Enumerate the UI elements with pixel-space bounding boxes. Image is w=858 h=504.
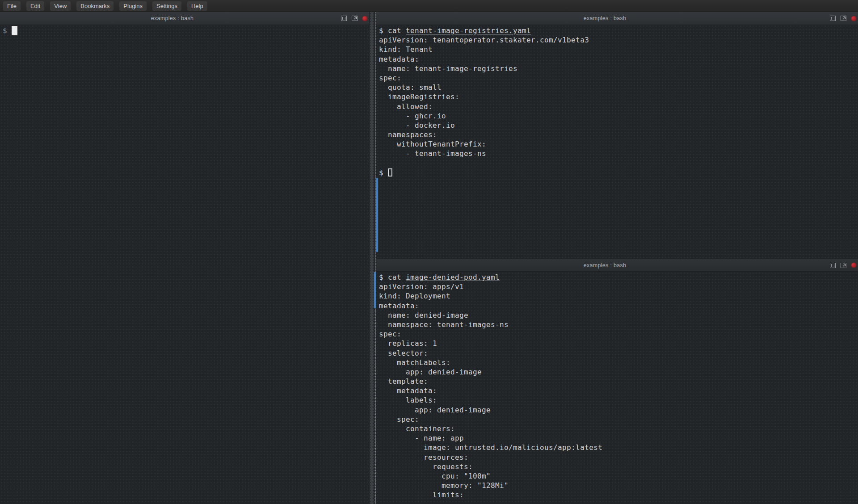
command-name: cat — [388, 273, 406, 281]
text-cursor — [12, 26, 17, 35]
terminal-line: kind: Deployment — [379, 291, 857, 301]
menu-bar: File Edit View Bookmarks Plugins Setting… — [0, 0, 858, 12]
terminal-line: app: denied-image — [379, 367, 857, 377]
terminal-output: apiVersion: apps/v1 kind: Deployment met… — [379, 282, 857, 500]
terminal-line: labels: — [379, 395, 857, 405]
terminal-line: namespaces: — [379, 130, 857, 139]
terminal-line: metadata: — [379, 301, 857, 311]
menu-item[interactable]: Bookmarks — [76, 1, 114, 11]
shell-prompt: $ — [379, 273, 388, 281]
terminal-line: quota: small — [379, 83, 857, 92]
pane-edge-dots — [374, 311, 376, 503]
blank-line — [379, 159, 857, 168]
menu-item[interactable]: View — [50, 1, 71, 11]
maximize-split-icon[interactable] — [830, 16, 836, 21]
detach-split-icon[interactable] — [841, 16, 846, 21]
terminal-line: name: tenant-image-registries — [379, 64, 857, 73]
terminal-line: memory: "128Mi" — [379, 481, 857, 490]
close-split-button[interactable] — [362, 16, 367, 21]
scroll-position-indicator[interactable] — [376, 178, 378, 252]
pane-left[interactable]: examples : bash $ — [0, 12, 369, 504]
maximize-split-icon[interactable] — [830, 263, 836, 268]
terminal-line: kind: Tenant — [379, 45, 857, 54]
terminal-line: resources: — [379, 453, 857, 462]
terminal-line: spec: — [379, 329, 857, 339]
terminal-window: File Edit View Bookmarks Plugins Setting… — [0, 0, 858, 504]
close-split-button[interactable] — [851, 16, 856, 21]
terminal-line: cpu: "100m" — [379, 471, 857, 481]
detach-split-icon[interactable] — [352, 16, 358, 21]
command-name: cat — [388, 26, 406, 35]
pane-bottom-right-terminal[interactable]: $ cat image-denied-pod.yaml apiVersion: … — [379, 273, 857, 500]
pane-left-header: examples : bash — [0, 12, 369, 25]
terminal-line: - tenant-images-ns — [379, 149, 857, 158]
terminal-line: spec: — [379, 73, 857, 83]
menu-item[interactable]: Settings — [152, 1, 181, 11]
text-cursor-inactive — [388, 168, 392, 176]
menu-item[interactable]: Help — [187, 1, 207, 11]
terminal-line: metadata: — [379, 55, 857, 64]
command-line: $ cat image-denied-pod.yaml — [379, 273, 857, 282]
menu-item[interactable]: Plugins — [119, 1, 147, 11]
pane-bottom-right[interactable]: examples : bash $ cat image-denied-pod.y… — [376, 259, 858, 504]
shell-prompt: $ — [3, 26, 7, 35]
terminal-line: image: untrusted.io/malicious/app:latest — [379, 443, 857, 452]
terminal-line: allowed: — [379, 102, 857, 111]
terminal-line: name: denied-image — [379, 311, 857, 320]
terminal-line: metadata: — [379, 386, 857, 395]
prompt-line: $ — [379, 168, 857, 177]
pane-top-right[interactable]: examples : bash $ cat tenant-image-regis… — [376, 12, 858, 259]
pane-bottom-right-header: examples : bash — [376, 259, 858, 272]
terminal-line: withoutTenantPrefix: — [379, 139, 857, 149]
command-line: $ cat tenant-image-registries.yaml — [379, 26, 857, 35]
terminal-line: - docker.io — [379, 121, 857, 130]
pane-bottom-right-controls — [830, 259, 856, 271]
pane-top-right-terminal[interactable]: $ cat tenant-image-registries.yaml apiVe… — [379, 26, 857, 177]
terminal-line: template: — [379, 377, 857, 386]
menu-item[interactable]: Edit — [26, 1, 44, 11]
maximize-split-icon[interactable] — [341, 16, 347, 21]
terminal-line: spec: — [379, 415, 857, 424]
terminal-line: requests: — [379, 462, 857, 471]
pane-left-title: examples : bash — [18, 12, 327, 25]
terminal-line: apiVersion: apps/v1 — [379, 282, 857, 291]
terminal-line: namespace: tenant-images-ns — [379, 320, 857, 329]
command-argument: image-denied-pod.yaml — [406, 273, 500, 281]
shell-prompt: $ — [379, 26, 388, 35]
terminal-line: app: denied-image — [379, 405, 857, 415]
terminal-line: apiVersion: tenantoperator.stakater.com/… — [379, 35, 857, 45]
pane-left-controls — [341, 12, 367, 25]
pane-top-right-controls — [830, 12, 856, 25]
detach-split-icon[interactable] — [841, 263, 846, 268]
terminal-line: imageRegistries: — [379, 92, 857, 101]
terminal-line: - ghcr.io — [379, 111, 857, 121]
prompt-line: $ — [3, 26, 368, 35]
pane-bottom-right-title: examples : bash — [394, 259, 816, 271]
terminal-line: limits: — [379, 490, 857, 500]
menu-item[interactable]: File — [3, 1, 21, 11]
close-split-button[interactable] — [851, 263, 856, 268]
terminal-line: - name: app — [379, 433, 857, 443]
terminal-line: replicas: 1 — [379, 339, 857, 348]
terminal-output: apiVersion: tenantoperator.stakater.com/… — [379, 35, 857, 158]
terminal-line: containers: — [379, 424, 857, 433]
pane-top-right-header: examples : bash — [376, 12, 858, 25]
pane-left-terminal[interactable]: $ — [3, 26, 368, 35]
shell-prompt: $ — [379, 168, 388, 177]
scroll-position-indicator[interactable] — [374, 272, 376, 308]
terminal-line: matchLabels: — [379, 358, 857, 367]
terminal-line: selector: — [379, 349, 857, 358]
pane-top-right-title: examples : bash — [394, 12, 816, 25]
command-argument: tenant-image-registries.yaml — [406, 26, 531, 35]
